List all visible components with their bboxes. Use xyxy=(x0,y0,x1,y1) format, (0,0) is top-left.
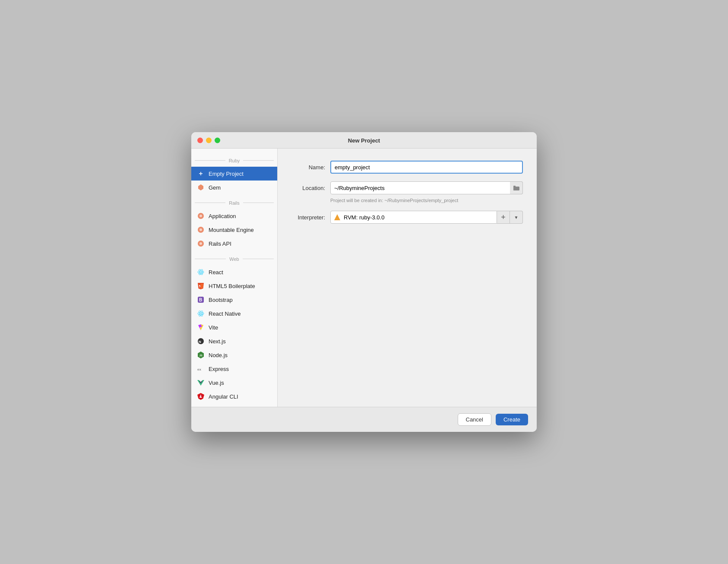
main-content: Name: Location: Project wi xyxy=(278,149,537,407)
sidebar-item-nextjs[interactable]: N Next.js xyxy=(191,334,277,348)
mountable-engine-icon xyxy=(196,225,205,234)
svg-point-15 xyxy=(200,272,202,273)
sidebar-item-react-native[interactable]: React Native xyxy=(191,307,277,320)
vuejs-label: Vue.js xyxy=(209,380,224,386)
vite-label: Vite xyxy=(209,324,218,331)
sidebar-item-html5[interactable]: 5 HTML5 Boilerplate xyxy=(191,279,277,293)
rails-section-divider: Rails xyxy=(191,194,277,209)
svg-rect-40 xyxy=(513,187,516,190)
empty-project-label: Empty Project xyxy=(209,171,244,177)
dialog-footer: Cancel Create xyxy=(191,407,537,432)
sidebar-item-rails-api[interactable]: Rails API xyxy=(191,237,277,250)
sidebar-item-vite[interactable]: Vite xyxy=(191,320,277,334)
sidebar-item-mountable-engine[interactable]: Mountable Engine xyxy=(191,223,277,237)
svg-text:B: B xyxy=(199,298,202,302)
react-icon xyxy=(196,268,205,276)
express-icon: ex xyxy=(196,364,205,373)
interpreter-select[interactable]: RVM: ruby-3.0.0 xyxy=(330,211,497,224)
angular-cli-label: Angular CLI xyxy=(209,393,238,400)
svg-text:N: N xyxy=(199,340,201,344)
maximize-button[interactable] xyxy=(215,137,220,143)
new-project-dialog: New Project Ruby Empty Project xyxy=(191,132,537,432)
application-label: Application xyxy=(209,213,236,219)
sidebar-item-empty-project[interactable]: Empty Project xyxy=(191,167,277,181)
react-native-label: React Native xyxy=(209,311,241,317)
sidebar-item-bootstrap[interactable]: B Bootstrap xyxy=(191,293,277,307)
nextjs-icon: N xyxy=(196,337,205,345)
titlebar: New Project xyxy=(191,132,537,149)
svg-point-7 xyxy=(199,215,202,217)
gem-label: Gem xyxy=(209,184,221,191)
rails-api-label: Rails API xyxy=(209,241,231,247)
interpreter-add-button[interactable]: + xyxy=(497,211,510,224)
svg-point-11 xyxy=(199,242,202,245)
express-label: Express xyxy=(209,366,229,372)
location-hint: Project will be created in: ~/RubyminePr… xyxy=(330,198,523,203)
gem-icon xyxy=(196,183,205,192)
name-label: Name: xyxy=(291,164,330,171)
minimize-button[interactable] xyxy=(206,137,212,143)
location-input-row xyxy=(330,181,523,194)
name-input[interactable] xyxy=(330,161,523,174)
dialog-title: New Project xyxy=(348,137,380,144)
ruby-section-label: Ruby xyxy=(229,155,240,165)
application-icon xyxy=(196,212,205,220)
location-input[interactable] xyxy=(330,181,523,194)
location-row: Location: xyxy=(291,181,523,194)
vite-icon xyxy=(196,323,205,332)
sidebar-item-vuejs[interactable]: Vue.js xyxy=(191,376,277,390)
interpreter-value: RVM: ruby-3.0.0 xyxy=(344,214,384,221)
svg-text:JS: JS xyxy=(199,354,203,357)
react-native-icon xyxy=(196,309,205,318)
nodejs-label: Node.js xyxy=(209,352,228,358)
svg-point-9 xyxy=(199,228,202,231)
location-label: Location: xyxy=(291,185,330,191)
interpreter-dropdown-button[interactable]: ▼ xyxy=(510,211,523,224)
sidebar: Ruby Empty Project xyxy=(191,149,278,407)
dialog-body: Ruby Empty Project xyxy=(191,149,537,407)
close-button[interactable] xyxy=(197,137,203,143)
angular-icon xyxy=(196,392,205,401)
bootstrap-label: Bootstrap xyxy=(209,297,233,303)
html5-icon: 5 xyxy=(196,282,205,290)
sidebar-item-express[interactable]: ex Express xyxy=(191,362,277,376)
web-section-divider: Web xyxy=(191,250,277,265)
cancel-button[interactable]: Cancel xyxy=(458,413,491,426)
interpreter-label: Interpreter: xyxy=(291,214,330,221)
html5-label: HTML5 Boilerplate xyxy=(209,283,255,289)
vuejs-icon xyxy=(196,378,205,387)
rails-section-label: Rails xyxy=(229,198,239,207)
rails-api-icon xyxy=(196,239,205,248)
nodejs-icon: JS xyxy=(196,351,205,359)
sidebar-item-react[interactable]: React xyxy=(191,265,277,279)
nextjs-label: Next.js xyxy=(209,338,226,345)
sidebar-item-angular-cli[interactable]: Angular CLI xyxy=(191,390,277,403)
name-row: Name: xyxy=(291,161,523,174)
sidebar-item-application[interactable]: Application xyxy=(191,209,277,223)
bootstrap-icon: B xyxy=(196,295,205,304)
browse-folder-button[interactable] xyxy=(510,181,523,194)
rvm-icon xyxy=(334,214,340,220)
ruby-section-divider: Ruby xyxy=(191,152,277,167)
traffic-lights xyxy=(197,137,220,143)
svg-text:5: 5 xyxy=(199,285,201,288)
empty-project-icon xyxy=(196,169,205,178)
svg-rect-41 xyxy=(513,186,516,187)
interpreter-row: Interpreter: RVM: ruby-3.0.0 + ▼ xyxy=(291,211,523,224)
mountable-engine-label: Mountable Engine xyxy=(209,227,254,233)
svg-point-24 xyxy=(200,313,202,314)
svg-text:ex: ex xyxy=(197,368,201,371)
sidebar-item-gem[interactable]: Gem xyxy=(191,181,277,194)
create-button[interactable]: Create xyxy=(496,414,528,425)
web-section-label: Web xyxy=(229,254,239,263)
react-label: React xyxy=(209,269,223,276)
sidebar-item-nodejs[interactable]: JS Node.js xyxy=(191,348,277,362)
